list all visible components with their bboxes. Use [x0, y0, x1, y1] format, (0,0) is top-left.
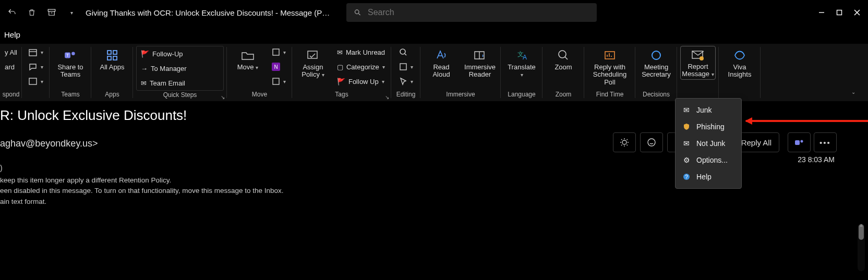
share-to-teams-label: Share to Teams	[54, 64, 87, 79]
menu-not-junk[interactable]: ✉Not Junk	[676, 135, 741, 152]
group-respond-icons: ▾ ▾ ▾	[22, 44, 50, 101]
vertical-scrollbar[interactable]: ▲	[858, 224, 865, 271]
mark-unread-button[interactable]: ✉Mark Unread	[334, 46, 388, 58]
tags-launcher[interactable]: ↘	[385, 94, 389, 100]
mail-ok-icon: ✉	[682, 139, 691, 148]
card-button[interactable]: ard	[2, 60, 20, 73]
svg-rect-17	[308, 51, 317, 58]
quickstep-team-email[interactable]: ✉Team Email	[138, 77, 222, 89]
emoji-button[interactable]	[640, 132, 663, 152]
svg-point-26	[700, 56, 704, 60]
group-viva: Viva Insights	[719, 44, 761, 101]
annotation-arrow	[746, 120, 868, 122]
group-findtime: Reply with Scheduling Poll Find Time	[584, 44, 635, 101]
menu-junk[interactable]: ✉Junk	[676, 102, 741, 118]
menu-phishing[interactable]: Phishing	[676, 118, 741, 135]
folder-move-icon	[241, 50, 255, 61]
ellipsis-icon: •••	[819, 138, 831, 147]
all-apps-button[interactable]: All Apps	[94, 46, 130, 73]
delete-button[interactable]	[23, 4, 41, 21]
group-label: Apps	[105, 90, 119, 99]
ribbon: y All ard spond ▾ ▾ ▾ T Share to Teams T…	[0, 44, 868, 101]
quickstep-followup[interactable]: 🚩Follow-Up	[138, 47, 222, 60]
svg-text:T: T	[66, 53, 69, 58]
more-actions-button[interactable]: •••	[814, 132, 837, 152]
archive-button[interactable]	[43, 4, 61, 21]
scheduling-poll-button[interactable]: Reply with Scheduling Poll	[587, 46, 632, 88]
group-label: Quick Steps	[163, 91, 197, 99]
svg-point-1	[355, 10, 359, 14]
quickstep-to-manager[interactable]: →To Manager	[138, 62, 222, 75]
book-icon	[473, 50, 487, 61]
group-label: Zoom	[556, 90, 572, 99]
svg-text:A: A	[523, 54, 527, 61]
rules-button[interactable]: ▾	[269, 46, 289, 58]
report-message-button[interactable]: Report Message ▾	[680, 46, 716, 80]
group-editing: ▾ ▾ Editing	[391, 44, 420, 101]
search-input[interactable]	[368, 8, 589, 17]
group-label: Immersive	[446, 90, 475, 99]
close-button[interactable]	[848, 4, 866, 21]
circle-icon	[650, 49, 662, 62]
flag-icon: 🚩	[141, 50, 149, 58]
group-language: 文A Translate▾ Language	[501, 44, 542, 101]
zoom-icon	[557, 49, 570, 62]
report-icon	[691, 49, 705, 60]
help-icon: ?	[682, 172, 691, 181]
im-reply-button[interactable]: ▾	[25, 60, 46, 73]
svg-point-18	[400, 49, 405, 54]
ribbon-collapse-button[interactable]: ⌄	[846, 84, 861, 99]
move-button[interactable]: Move ▾	[230, 46, 266, 73]
svg-point-28	[648, 139, 655, 146]
maximize-button[interactable]	[830, 4, 848, 21]
search-box[interactable]	[346, 3, 597, 22]
group-immersive: Read Aloud Immersive Reader Immersive	[420, 44, 501, 101]
find-button[interactable]	[396, 46, 416, 58]
group-apps: All Apps Apps	[91, 44, 133, 101]
menu-options[interactable]: ⚙Options...	[676, 152, 741, 168]
menu-help[interactable]: ?Help	[676, 168, 741, 185]
window-title: Giving Thanks with OCR: Unlock Exclusive…	[86, 8, 331, 17]
forward-icon: →	[141, 65, 148, 72]
tab-help[interactable]: Help	[4, 30, 20, 39]
related-button[interactable]: ▾	[396, 60, 416, 73]
teams-chat-button[interactable]	[788, 132, 811, 152]
group-move: Move ▾ ▾ N ▾ Move	[227, 44, 292, 101]
zoom-button[interactable]: Zoom	[546, 46, 581, 73]
followup-button[interactable]: 🚩Follow Up ▾	[334, 75, 388, 88]
viva-insights-button[interactable]: Viva Insights	[722, 46, 757, 81]
group-label: Editing	[396, 90, 416, 99]
read-aloud-button[interactable]: Read Aloud	[424, 46, 459, 81]
meeting-secretary-button[interactable]: Meeting Secretary	[638, 46, 674, 81]
scroll-up-icon: ▲	[859, 222, 864, 228]
sun-icon	[620, 138, 629, 147]
svg-point-30	[801, 140, 803, 143]
more-respond-button[interactable]: ▾	[25, 75, 46, 88]
mail-icon: ✉	[141, 79, 147, 87]
reply-all-button[interactable]: y All	[2, 46, 20, 58]
share-to-teams-button[interactable]: T Share to Teams	[53, 46, 88, 81]
onenote-button[interactable]: N	[269, 60, 289, 73]
assign-policy-button[interactable]: Assign Policy ▾	[295, 46, 331, 81]
translate-button[interactable]: 文A Translate▾	[504, 46, 539, 81]
teams-icon	[794, 138, 804, 147]
brightness-button[interactable]	[613, 132, 636, 152]
qat-customize-button[interactable]: ▾	[63, 4, 80, 21]
actions-button[interactable]: ▾	[269, 75, 289, 88]
viva-icon	[733, 49, 746, 62]
group-label: Find Time	[596, 90, 624, 99]
minimize-button[interactable]	[813, 4, 830, 21]
calendar-reply-button[interactable]: ▾	[25, 46, 46, 58]
quicksteps-launcher[interactable]: ↘	[221, 94, 225, 100]
svg-rect-12	[113, 56, 117, 60]
group-label: spond	[3, 90, 20, 99]
apps-icon	[106, 49, 118, 62]
immersive-reader-button[interactable]: Immersive Reader	[462, 46, 498, 81]
svg-rect-13	[273, 49, 279, 55]
undo-button[interactable]	[3, 4, 21, 21]
categorize-button[interactable]: ▢Categorize ▾	[334, 60, 388, 73]
select-button[interactable]: ▾	[396, 75, 416, 88]
gear-icon: ⚙	[682, 155, 691, 165]
group-label: Teams	[61, 90, 79, 99]
smile-icon	[647, 138, 656, 147]
